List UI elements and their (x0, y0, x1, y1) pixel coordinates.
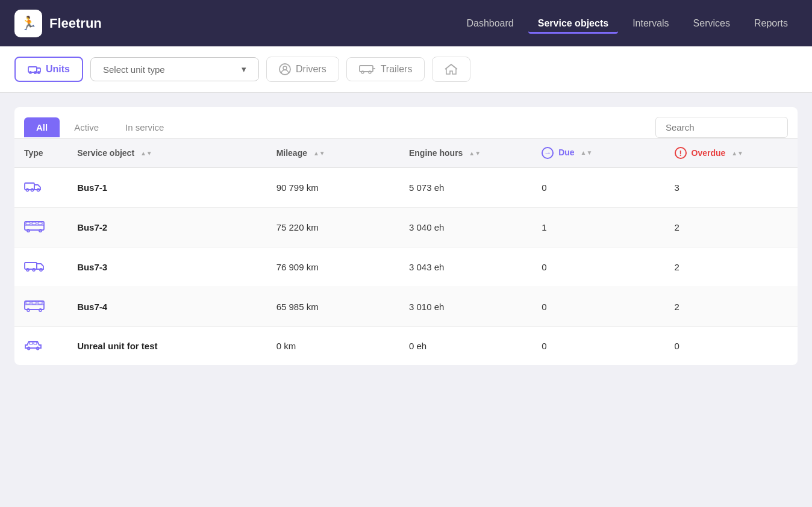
drivers-label: Drivers (296, 64, 326, 75)
cell-name-1: Bus7-1 (67, 168, 267, 208)
cell-overdue-4: 2 (665, 287, 798, 327)
nav-item-services[interactable]: Services (684, 13, 740, 34)
tab-in-service[interactable]: In service (113, 117, 176, 137)
trailers-icon (359, 64, 376, 75)
svg-rect-17 (26, 222, 30, 225)
cell-mileage-3: 76 909 km (267, 247, 399, 287)
unit-type-placeholder: Select unit type (103, 64, 165, 75)
cell-type-1 (14, 168, 67, 208)
main-nav: Dashboard Service objects Intervals Serv… (457, 13, 798, 34)
svg-point-32 (39, 309, 42, 311)
cell-mileage-4: 65 985 km (267, 287, 399, 327)
nav-item-reports[interactable]: Reports (745, 13, 798, 34)
svg-point-23 (27, 269, 29, 271)
svg-point-31 (27, 309, 30, 311)
drivers-button[interactable]: Drivers (266, 57, 339, 82)
car-icon (24, 339, 42, 351)
svg-rect-26 (25, 301, 44, 309)
col-header-overdue[interactable]: ! Overdue ▲▼ (665, 138, 798, 168)
tab-all[interactable]: All (24, 117, 60, 137)
col-header-engine-hours[interactable]: Engine hours ▲▼ (399, 138, 532, 168)
svg-point-20 (27, 229, 30, 232)
cell-due-1: 0 (532, 168, 664, 208)
table-row: Bus7-3 76 909 km 3 043 eh 0 2 (14, 247, 798, 287)
cell-mileage-2: 75 220 km (267, 208, 399, 247)
svg-rect-22 (25, 263, 37, 269)
sort-icon-overdue: ▲▼ (731, 151, 743, 157)
logo-area: 🏃 Fleetrun (14, 10, 102, 37)
col-header-service-object[interactable]: Service object ▲▼ (67, 138, 267, 168)
nav-item-intervals[interactable]: Intervals (623, 13, 678, 34)
svg-rect-29 (32, 302, 36, 304)
filter-tabs: All Active In service (24, 117, 176, 137)
app-header: 🏃 Fleetrun Dashboard Service objects Int… (0, 0, 812, 46)
cell-name-5: Unreal unit for test (67, 327, 267, 365)
cell-engine-3: 3 043 eh (399, 247, 532, 287)
units-label: Units (46, 64, 70, 75)
truck-icon (24, 180, 42, 193)
cell-mileage-1: 90 799 km (267, 168, 399, 208)
due-circle-icon: → (542, 147, 554, 159)
svg-rect-36 (34, 342, 37, 344)
table-header-row: Type Service object ▲▼ Mileage ▲▼ Engine… (14, 138, 798, 168)
bus-icon (24, 299, 45, 313)
cell-type-5 (14, 327, 67, 365)
cell-type-2 (14, 208, 67, 247)
col-header-mileage[interactable]: Mileage ▲▼ (267, 138, 399, 168)
cell-name-4: Bus7-4 (67, 287, 267, 327)
cell-name-2: Bus7-2 (67, 208, 267, 247)
sort-icon-mileage: ▲▼ (313, 151, 325, 157)
data-table: Type Service object ▲▼ Mileage ▲▼ Engine… (14, 138, 798, 365)
truck2-icon (24, 260, 45, 273)
table-row: Unreal unit for test 0 km 0 eh 0 0 (14, 327, 798, 365)
svg-rect-35 (30, 342, 33, 344)
bus-icon (24, 220, 45, 233)
cell-overdue-3: 2 (665, 247, 798, 287)
svg-rect-7 (360, 66, 373, 72)
cell-overdue-1: 3 (665, 168, 798, 208)
chevron-down-icon: ▾ (242, 64, 246, 75)
svg-rect-18 (32, 222, 36, 225)
nav-item-dashboard[interactable]: Dashboard (457, 13, 523, 34)
cell-due-5: 0 (532, 327, 664, 365)
svg-point-9 (361, 71, 364, 73)
search-input[interactable] (655, 117, 788, 138)
svg-point-21 (39, 229, 42, 232)
cell-engine-5: 0 eh (399, 327, 532, 365)
svg-point-25 (40, 269, 42, 271)
cell-due-4: 0 (532, 287, 664, 327)
extra-button[interactable] (432, 57, 470, 82)
sort-icon-engine: ▲▼ (469, 151, 481, 157)
cell-mileage-5: 0 km (267, 327, 399, 365)
cell-due-3: 0 (532, 247, 664, 287)
cell-name-3: Bus7-3 (67, 247, 267, 287)
cell-overdue-5: 0 (665, 327, 798, 365)
unit-type-dropdown[interactable]: Select unit type ▾ (90, 57, 259, 81)
svg-point-10 (369, 71, 371, 73)
col-header-due[interactable]: → Due ▲▼ (532, 138, 664, 168)
trailers-label: Trailers (381, 64, 413, 75)
svg-rect-30 (38, 302, 42, 304)
col-header-type[interactable]: Type (14, 138, 67, 168)
svg-point-24 (33, 269, 35, 271)
table-row: Bus7-4 65 985 km 3 010 eh 0 2 (14, 287, 798, 327)
cell-engine-4: 3 010 eh (399, 287, 532, 327)
drivers-icon (279, 63, 291, 75)
svg-rect-15 (25, 222, 44, 230)
main-content: All Active In service Type Service objec… (0, 93, 812, 379)
units-button[interactable]: Units (14, 57, 83, 82)
cell-type-3 (14, 247, 67, 287)
units-icon (28, 64, 41, 75)
cell-type-4 (14, 287, 67, 327)
svg-rect-28 (26, 302, 30, 304)
filter-bar: All Active In service (14, 107, 798, 138)
nav-item-service-objects[interactable]: Service objects (528, 13, 618, 34)
table-row: Bus7-2 75 220 km 3 040 eh 1 2 (14, 208, 798, 247)
cell-overdue-2: 2 (665, 208, 798, 247)
trailers-button[interactable]: Trailers (346, 57, 425, 81)
logo-icon: 🏃 (14, 10, 42, 37)
table-row: Bus7-1 90 799 km 5 073 eh 0 3 (14, 168, 798, 208)
svg-rect-19 (38, 222, 42, 225)
tab-active[interactable]: Active (62, 117, 111, 137)
overdue-exclaim-icon: ! (675, 147, 687, 159)
